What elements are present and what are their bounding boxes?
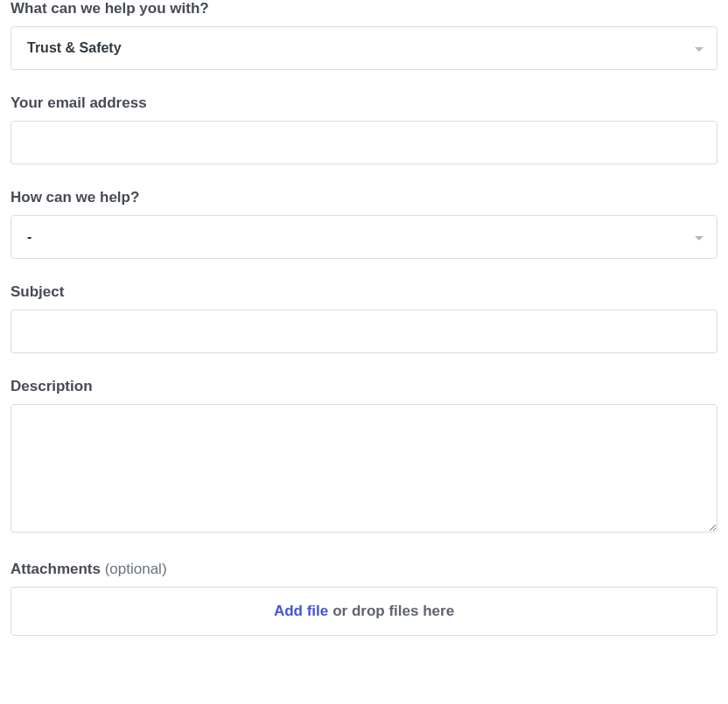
description-textarea[interactable] <box>10 404 718 533</box>
category-select[interactable]: Trust & Safety <box>10 26 718 70</box>
attachments-label: Attachments (optional) <box>10 561 718 578</box>
subject-input[interactable] <box>10 310 718 353</box>
help-type-field: How can we help? - <box>10 189 718 259</box>
email-label: Your email address <box>10 94 718 112</box>
category-field: What can we help you with? Trust & Safet… <box>10 0 718 70</box>
subject-label: Subject <box>10 283 718 301</box>
dropzone-suffix-text: or drop files here <box>332 603 454 620</box>
help-type-select[interactable]: - <box>10 215 718 259</box>
category-selected-value: Trust & Safety <box>27 40 122 56</box>
email-input[interactable] <box>10 121 718 164</box>
attachments-dropzone[interactable]: Add file or drop files here <box>10 587 718 636</box>
subject-field: Subject <box>10 283 718 353</box>
email-field: Your email address <box>10 94 718 164</box>
add-file-link[interactable]: Add file <box>274 603 328 620</box>
description-label: Description <box>10 378 718 395</box>
attachments-field: Attachments (optional) Add file or drop … <box>10 561 718 636</box>
description-field: Description <box>10 378 718 536</box>
help-type-select-box[interactable]: - <box>10 215 718 259</box>
help-type-selected-value: - <box>27 229 32 245</box>
attachments-optional: (optional) <box>105 561 167 577</box>
category-label: What can we help you with? <box>10 0 718 17</box>
category-select-box[interactable]: Trust & Safety <box>10 26 718 70</box>
help-type-label: How can we help? <box>10 189 718 206</box>
